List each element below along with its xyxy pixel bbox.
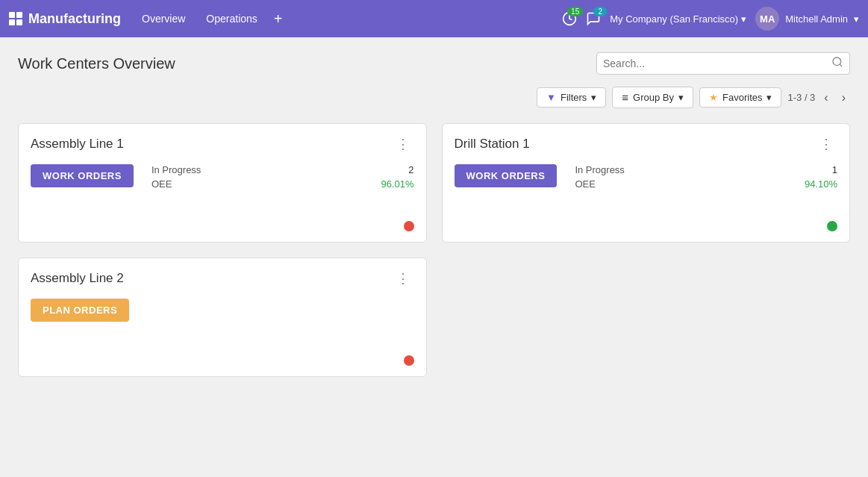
main-content: Work Centers Overview ▼ Filters ▾ ≡ Grou… — [0, 37, 868, 392]
list-icon: ≡ — [622, 91, 628, 104]
card-body: WORK ORDERS In Progress 2 OEE 96.01% — [31, 164, 414, 190]
favorites-label: Favorites — [722, 92, 762, 103]
user-menu[interactable]: MA Mitchell Admin ▾ — [755, 7, 859, 31]
user-chevron-icon: ▾ — [854, 13, 859, 25]
status-dot — [827, 221, 837, 231]
card-header: Assembly Line 2 ⋮ — [31, 270, 414, 287]
svg-line-2 — [840, 64, 842, 66]
company-selector[interactable]: My Company (San Francisco) ▾ — [610, 13, 746, 25]
user-name: Mitchell Admin — [785, 13, 848, 25]
plan-orders-button[interactable]: PLAN ORDERS — [31, 299, 129, 322]
filters-row: ▼ Filters ▾ ≡ Group By ▾ ★ Favorites ▾ 1… — [18, 87, 850, 108]
work-orders-button[interactable]: WORK ORDERS — [31, 164, 134, 187]
brand-label: Manufacturing — [28, 11, 121, 27]
card-stats: In Progress 1 OEE 94.10% — [575, 164, 837, 190]
filters-label: Filters — [561, 92, 587, 103]
chevron-left-icon: ‹ — [824, 91, 828, 104]
status-dot — [404, 355, 414, 366]
favorites-chevron-icon: ▾ — [766, 92, 772, 103]
groupby-chevron-icon: ▾ — [678, 92, 684, 103]
work-orders-button[interactable]: WORK ORDERS — [455, 164, 558, 187]
nav-overview[interactable]: Overview — [133, 10, 194, 28]
clock-badge: 15 — [567, 7, 583, 16]
page-title: Work Centers Overview — [18, 55, 175, 72]
nav-operations[interactable]: Operations — [197, 10, 266, 28]
pagination-prev-button[interactable]: ‹ — [819, 90, 832, 106]
pagination-next-button[interactable]: › — [837, 90, 850, 106]
company-label: My Company (San Francisco) — [610, 13, 738, 25]
groupby-label: Group By — [633, 92, 674, 103]
favorites-button[interactable]: ★ Favorites ▾ — [699, 87, 781, 107]
stat-label: In Progress — [152, 164, 201, 175]
card-menu-button[interactable]: ⋮ — [815, 136, 837, 152]
card-assembly-line-1: Assembly Line 1 ⋮ WORK ORDERS In Progres… — [18, 123, 427, 243]
stat-value: 1 — [832, 164, 837, 175]
status-dot — [404, 221, 414, 231]
chat-badge: 2 — [593, 7, 607, 16]
stat-label: In Progress — [575, 164, 624, 175]
stat-oee: OEE 94.10% — [575, 178, 837, 190]
card-body: PLAN ORDERS — [31, 299, 414, 322]
stat-oee: OEE 96.01% — [152, 178, 414, 190]
chevron-right-icon: › — [842, 91, 846, 104]
grid-icon — [9, 12, 22, 25]
stat-value-oee: 94.10% — [805, 178, 837, 190]
page-header: Work Centers Overview — [18, 52, 850, 75]
card-menu-button[interactable]: ⋮ — [392, 136, 414, 152]
filters-chevron-icon: ▾ — [591, 92, 596, 103]
clock-notification-button[interactable]: 15 — [562, 11, 577, 26]
company-chevron-icon: ▾ — [741, 13, 746, 25]
card-title: Assembly Line 1 — [31, 137, 124, 152]
card-assembly-line-2: Assembly Line 2 ⋮ PLAN ORDERS — [18, 258, 427, 377]
stat-value: 2 — [408, 164, 413, 175]
stat-label: OEE — [152, 178, 172, 190]
nav-add-button[interactable]: + — [269, 10, 287, 28]
topnav-links: Overview Operations + — [133, 10, 550, 28]
chat-notification-button[interactable]: 2 — [586, 11, 601, 26]
filters-button[interactable]: ▼ Filters ▾ — [537, 87, 606, 107]
card-title: Assembly Line 2 — [31, 271, 124, 286]
pagination: 1-3 / 3 ‹ › — [787, 90, 850, 106]
star-icon: ★ — [709, 92, 718, 103]
card-title: Drill Station 1 — [455, 137, 530, 152]
topnav-right: 15 2 My Company (San Francisco) ▾ MA Mit… — [562, 7, 859, 31]
stat-label: OEE — [575, 178, 595, 190]
groupby-button[interactable]: ≡ Group By ▾ — [612, 87, 693, 108]
card-menu-button[interactable]: ⋮ — [392, 270, 414, 287]
card-stats: In Progress 2 OEE 96.01% — [152, 164, 414, 190]
topnav: Manufacturing Overview Operations + 15 2… — [0, 0, 868, 37]
card-header: Drill Station 1 ⋮ — [455, 136, 838, 152]
search-bar — [596, 52, 850, 75]
stat-in-progress: In Progress 1 — [575, 164, 837, 175]
svg-point-1 — [833, 57, 841, 66]
stat-in-progress: In Progress 2 — [152, 164, 414, 175]
card-drill-station-1: Drill Station 1 ⋮ WORK ORDERS In Progres… — [442, 123, 851, 243]
search-input[interactable] — [603, 57, 831, 69]
stat-value-oee: 96.01% — [381, 178, 413, 190]
funnel-icon: ▼ — [546, 92, 556, 103]
app-brand[interactable]: Manufacturing — [9, 11, 121, 27]
pagination-info: 1-3 / 3 — [787, 92, 815, 103]
cards-grid: Assembly Line 1 ⋮ WORK ORDERS In Progres… — [18, 123, 850, 377]
avatar: MA — [755, 7, 779, 31]
search-icon[interactable] — [831, 56, 843, 71]
card-header: Assembly Line 1 ⋮ — [31, 136, 414, 152]
card-body: WORK ORDERS In Progress 1 OEE 94.10% — [455, 164, 838, 190]
